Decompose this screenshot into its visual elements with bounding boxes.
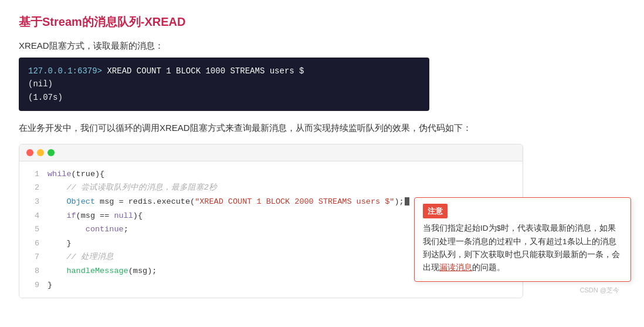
tooltip-note: 注意 当我们指定起始ID为$时，代表读取最新的消息，如果我们处理一条消息的过程中… — [414, 197, 631, 282]
line-content: handleMessage(msg); — [48, 264, 157, 278]
terminal-line-1: 127.0.0.1:6379> XREAD COUNT 1 BLOCK 1000… — [28, 65, 420, 77]
page-title: 基于Stream的消息队列-XREAD — [19, 14, 625, 30]
line-content: Object msg = redis.execute("XREAD COUNT … — [48, 195, 409, 209]
code-line: 1 while(true){ — [19, 167, 523, 181]
line-content: } — [48, 278, 52, 292]
line-num: 7 — [26, 250, 39, 264]
line-num: 2 — [26, 181, 39, 195]
dot-green — [48, 149, 55, 156]
line-num: 6 — [26, 237, 39, 251]
line-content: // 尝试读取队列中的消息，最多阻塞2秒 — [48, 181, 217, 195]
line-content: continue; — [48, 223, 128, 237]
code-line: 2 // 尝试读取队列中的消息，最多阻塞2秒 — [19, 181, 523, 195]
line-content: // 处理消息 — [48, 250, 114, 264]
line-num: 3 — [26, 195, 39, 209]
intro-text: XREAD阻塞方式，读取最新的消息： — [19, 41, 625, 52]
code-titlebar — [19, 144, 523, 161]
desc-text: 在业务开发中，我们可以循环的调用XREAD阻塞方式来查询最新消息，从而实现持续监… — [19, 120, 625, 136]
line-num: 1 — [26, 167, 39, 181]
line-num: 8 — [26, 264, 39, 278]
line-num: 5 — [26, 223, 39, 237]
terminal-line-3: (1.07s) — [28, 91, 420, 104]
terminal-cmd: XREAD COUNT 1 BLOCK 1000 STREAMS users $ — [102, 66, 304, 76]
tooltip-header: 注意 — [423, 204, 622, 222]
terminal-line-2: (nil) — [28, 77, 420, 90]
line-num: 4 — [26, 209, 39, 223]
code-section: 1 while(true){ 2 // 尝试读取队列中的消息，最多阻塞2秒 3 … — [19, 144, 625, 299]
line-num: 9 — [26, 278, 39, 292]
watermark: CSDN @芝今 — [580, 286, 619, 295]
dot-yellow — [37, 149, 44, 156]
tooltip-highlight: 漏读消息 — [439, 263, 472, 272]
dot-red — [26, 149, 33, 156]
terminal-block: 127.0.0.1:6379> XREAD COUNT 1 BLOCK 1000… — [19, 58, 429, 111]
line-content: } — [48, 237, 72, 251]
line-content: while(true){ — [48, 167, 104, 181]
terminal-prompt: 127.0.0.1:6379> — [28, 66, 102, 76]
line-content: if(msg == null){ — [48, 209, 143, 223]
tooltip-body: 当我们指定起始ID为$时，代表读取最新的消息，如果我们处理一条消息的过程中，又有… — [423, 222, 622, 274]
tooltip-header-label: 注意 — [423, 204, 448, 218]
